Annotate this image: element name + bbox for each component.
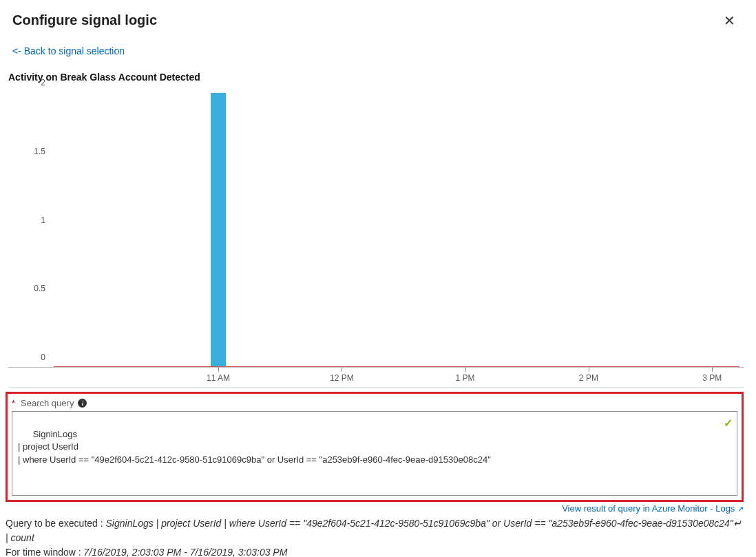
chart-baseline: [54, 366, 739, 367]
chart-title: Activity on Break Glass Account Detected: [8, 72, 744, 91]
chart-bar: [211, 93, 226, 366]
query-execution-info: Query to be executed : SigninLogs | proj…: [6, 514, 744, 557]
x-tick-line: [465, 368, 466, 372]
check-icon: ✓: [724, 416, 733, 431]
exec-label: Query to be executed :: [6, 518, 106, 529]
y-tick-label: 1.5: [32, 147, 45, 156]
chart-plot-area: 00.511.52: [8, 92, 744, 368]
y-tick-label: 0: [32, 353, 45, 362]
x-tick-label: 1 PM: [456, 373, 475, 383]
y-tick-label: 0.5: [32, 284, 45, 293]
panel-header: Configure signal logic ✕: [6, 6, 744, 41]
search-query-section: * Search query i SigninLogs | project Us…: [6, 392, 744, 502]
x-tick-line: [342, 368, 342, 372]
info-icon[interactable]: i: [78, 399, 87, 408]
signal-chart: Activity on Break Glass Account Detected…: [8, 72, 744, 388]
panel-title: Configure signal logic: [12, 12, 157, 28]
search-query-label-text: Search query: [21, 398, 74, 408]
x-tick-line: [712, 368, 713, 372]
x-tick-label: 12 PM: [330, 373, 354, 383]
search-query-text: SigninLogs | project UserId | where User…: [18, 429, 491, 464]
view-result-link-text: View result of query in Azure Monitor - …: [562, 503, 735, 514]
time-window-label: For time window :: [6, 547, 84, 557]
back-to-signal-selection-link[interactable]: <- Back to signal selection: [6, 41, 744, 72]
external-link-icon: ↗: [737, 505, 744, 513]
time-window-value: 7/16/2019, 2:03:03 PM - 7/16/2019, 3:03:…: [84, 547, 288, 557]
x-tick-line: [589, 368, 589, 372]
view-result-link-wrap: View result of query in Azure Monitor - …: [6, 502, 744, 514]
x-tick-label: 2 PM: [579, 373, 598, 383]
y-tick-label: 2: [32, 78, 45, 87]
required-indicator: *: [12, 398, 15, 408]
x-tick-label: 3 PM: [702, 373, 722, 383]
chart-x-axis: 11 AM12 PM1 PM2 PM3 PM: [54, 368, 739, 387]
close-button[interactable]: ✕: [720, 12, 739, 29]
x-tick-label: 11 AM: [207, 373, 230, 383]
x-tick-line: [218, 368, 219, 372]
exec-query: SigninLogs | project UserId | where User…: [6, 518, 742, 543]
y-tick-label: 1: [32, 216, 45, 225]
search-query-label: * Search query i: [12, 398, 737, 411]
search-query-input[interactable]: SigninLogs | project UserId | where User…: [12, 411, 737, 496]
view-result-link[interactable]: View result of query in Azure Monitor - …: [562, 503, 744, 514]
